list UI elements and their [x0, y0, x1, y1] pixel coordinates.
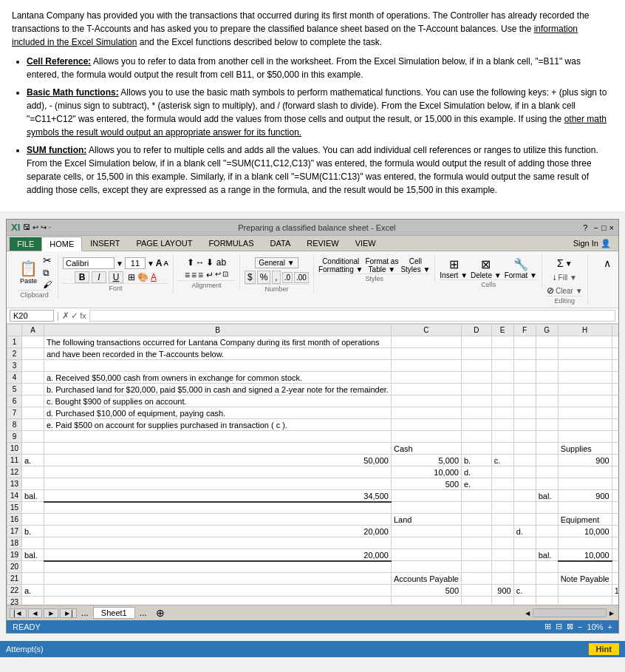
cell-c3[interactable] — [391, 360, 461, 372]
italic-button[interactable]: I — [92, 271, 106, 283]
border-icon[interactable]: ⊞ — [128, 272, 135, 282]
sheet-nav-next[interactable]: ► — [44, 608, 58, 618]
cell-h8[interactable] — [558, 419, 612, 431]
cell-d19[interactable] — [462, 549, 492, 561]
cell-c23[interactable] — [391, 597, 461, 605]
cell-g10[interactable] — [536, 443, 558, 455]
cell-g20[interactable] — [536, 561, 558, 573]
cell-f1[interactable] — [513, 336, 536, 348]
cell-e1[interactable] — [491, 336, 513, 348]
cell-d1[interactable] — [462, 336, 492, 348]
cell-b19[interactable]: 20,000 — [44, 549, 392, 561]
cell-e9[interactable] — [491, 431, 513, 443]
cell-c6[interactable] — [391, 396, 461, 407]
format-painter-icon[interactable]: 🖌 — [43, 279, 52, 290]
cell-i19[interactable] — [612, 549, 618, 561]
cell-a19[interactable]: bal. — [22, 549, 44, 561]
insert-function-icon[interactable]: fx — [80, 311, 86, 320]
increase-decimal-icon[interactable]: .00 — [294, 272, 309, 283]
cell-g12[interactable] — [536, 466, 558, 478]
col-header-g[interactable]: G — [536, 325, 558, 336]
cell-i15[interactable] — [612, 502, 618, 514]
cell-c8[interactable] — [391, 419, 461, 431]
cell-h1[interactable] — [558, 336, 612, 348]
cell-h6[interactable] — [558, 396, 612, 407]
sheet-add-tab[interactable]: ⊕ — [151, 607, 169, 619]
cell-i11[interactable] — [612, 455, 618, 466]
cell-h10[interactable]: Supplies — [558, 443, 612, 455]
cell-d23[interactable] — [462, 597, 492, 605]
cell-a2[interactable] — [22, 348, 44, 360]
cell-c19[interactable] — [391, 549, 461, 561]
angle-text-icon[interactable]: ab — [216, 257, 226, 268]
cell-g14[interactable]: bal. — [536, 490, 558, 502]
col-header-b[interactable]: B — [44, 325, 392, 336]
cell-a4[interactable] — [22, 372, 44, 384]
cell-h18[interactable] — [558, 537, 612, 549]
cell-b17[interactable]: 20,000 — [44, 526, 392, 537]
tab-view[interactable]: VIEW — [347, 236, 384, 251]
cell-e16[interactable] — [491, 514, 513, 526]
autosum-btn[interactable]: Σ▼ — [557, 257, 573, 269]
cell-h7[interactable] — [558, 407, 612, 419]
cell-e21[interactable] — [491, 573, 513, 585]
cell-d7[interactable] — [462, 407, 492, 419]
cell-b16[interactable] — [44, 514, 392, 526]
format-cells-btn[interactable]: 🔧 Format ▼ — [505, 257, 537, 279]
cell-i23[interactable] — [612, 597, 618, 605]
cell-c11[interactable]: 5,000 — [391, 455, 461, 466]
cell-f3[interactable] — [513, 360, 536, 372]
cell-h11[interactable]: 900 — [558, 455, 612, 466]
cell-g18[interactable] — [536, 537, 558, 549]
cell-a20[interactable] — [22, 561, 44, 573]
cell-d16[interactable] — [462, 514, 492, 526]
cell-b9[interactable] — [44, 431, 392, 443]
sheet-nav-last[interactable]: ►| — [60, 608, 77, 618]
cell-i14[interactable] — [612, 490, 618, 502]
scrollbar-right[interactable]: ► — [608, 609, 615, 617]
cell-b8[interactable]: e. Paid $500 on account for supplies pur… — [44, 419, 392, 431]
conditional-formatting-icon[interactable]: ConditionalFormatting ▼ — [318, 257, 363, 274]
cell-c2[interactable] — [391, 348, 461, 360]
cell-e2[interactable] — [491, 348, 513, 360]
cell-f11[interactable] — [513, 455, 536, 466]
paste-button[interactable]: 📋 Paste — [17, 257, 40, 287]
cell-h17[interactable]: 10,000 — [558, 526, 612, 537]
name-box[interactable] — [10, 310, 54, 322]
cell-a14[interactable]: bal. — [22, 490, 44, 502]
cell-b23[interactable] — [44, 597, 392, 605]
cell-c14[interactable] — [391, 490, 461, 502]
cut-icon[interactable]: ✂ — [43, 254, 52, 266]
col-header-e[interactable]: E — [491, 325, 513, 336]
page-layout-icon[interactable]: ⊟ — [556, 622, 562, 631]
cell-i12[interactable] — [612, 466, 618, 478]
cell-g6[interactable] — [536, 396, 558, 407]
cell-g16[interactable] — [536, 514, 558, 526]
col-header-c[interactable]: C — [391, 325, 461, 336]
cell-b7[interactable]: d. Purchased $10,000 of equipment, payin… — [44, 407, 392, 419]
cell-b11[interactable]: 50,000 — [44, 455, 392, 466]
delete-cells-btn[interactable]: ⊠ Delete ▼ — [471, 257, 502, 279]
cell-g1[interactable] — [536, 336, 558, 348]
tab-insert[interactable]: INSERT — [82, 236, 128, 251]
cell-g15[interactable] — [536, 502, 558, 514]
cell-i21[interactable] — [612, 573, 618, 585]
sheet-nav-prev[interactable]: ◄ — [28, 608, 43, 618]
col-header-a[interactable]: A — [22, 325, 44, 336]
cell-b12[interactable] — [44, 466, 392, 478]
cell-b2[interactable]: and have been recorded in the T-accounts… — [44, 348, 392, 360]
cell-e6[interactable] — [491, 396, 513, 407]
cell-c1[interactable] — [391, 336, 461, 348]
cell-a6[interactable] — [22, 396, 44, 407]
cell-b21[interactable] — [44, 573, 392, 585]
cell-h21[interactable]: Note Payable — [558, 573, 612, 585]
indent-icon[interactable]: ↵ — [206, 270, 214, 280]
col-header-h[interactable]: H — [558, 325, 612, 336]
decrease-font-icon[interactable]: A — [163, 259, 168, 267]
cell-f20[interactable] — [513, 561, 536, 573]
cell-styles-icon[interactable]: CellStyles ▼ — [400, 257, 430, 274]
cell-d4[interactable] — [462, 372, 492, 384]
minus-zoom-icon[interactable]: − — [578, 622, 582, 631]
font-color-icon[interactable]: A — [151, 272, 157, 282]
cell-b18[interactable] — [44, 537, 392, 549]
